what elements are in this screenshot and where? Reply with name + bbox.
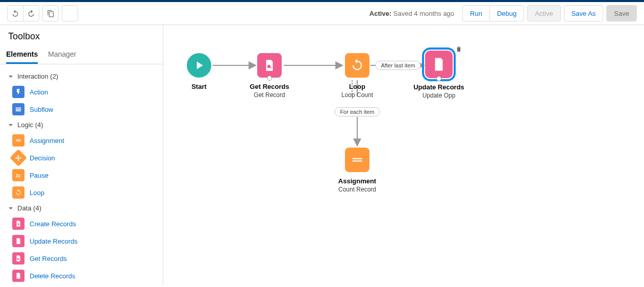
node-loop[interactable]: Loop Loop Count xyxy=(321,53,393,99)
item-label: Get Records xyxy=(30,255,67,262)
node-subtitle: Loop Count xyxy=(341,91,373,99)
get-records-icon xyxy=(12,252,24,265)
saveas-button[interactable]: Save As xyxy=(564,5,604,21)
group-logic[interactable]: Logic (4) xyxy=(7,118,156,132)
status-text: Saved 4 months ago xyxy=(393,10,454,17)
get-records-node-icon[interactable] xyxy=(257,53,282,78)
toolbox-item-pause[interactable]: Zz Pause xyxy=(7,166,156,184)
edge-label-after-last: After last item xyxy=(375,61,420,70)
redo-icon xyxy=(27,9,35,17)
subflow-icon xyxy=(12,103,24,115)
node-title: Start xyxy=(191,83,207,90)
delete-node-button[interactable] xyxy=(455,45,462,54)
tab-manager[interactable]: Manager xyxy=(48,46,76,64)
update-records-icon xyxy=(12,235,24,247)
node-subtitle: Count Record xyxy=(338,186,376,193)
copy-button[interactable] xyxy=(42,5,59,21)
group-label: Data (4) xyxy=(17,204,41,212)
toolbox-item-create-records[interactable]: Create Records xyxy=(7,215,156,232)
trash-icon xyxy=(455,45,462,53)
sidebar-tree: Interaction (2) Action Subflow Logic (4)… xyxy=(0,64,163,285)
undo-button[interactable] xyxy=(7,5,23,21)
toolbox-sidebar: Toolbox Elements Manager Interaction (2)… xyxy=(0,25,163,285)
toolbox-item-subflow[interactable]: Subflow xyxy=(7,101,156,118)
delete-records-icon xyxy=(12,270,24,282)
save-button[interactable]: Save xyxy=(606,5,637,21)
chevron-down-icon xyxy=(7,205,14,212)
connector-handle[interactable] xyxy=(267,76,272,81)
item-label: Update Records xyxy=(30,237,78,245)
action-icon xyxy=(12,86,24,98)
sidebar-tabs: Elements Manager xyxy=(0,46,163,64)
node-assignment[interactable]: Assignment Count Record xyxy=(321,148,393,193)
status-label: Active: xyxy=(369,10,391,17)
node-update-records[interactable]: Update Records Update Opp xyxy=(403,51,475,99)
group-data[interactable]: Data (4) xyxy=(7,201,156,215)
main-area: Toolbox Elements Manager Interaction (2)… xyxy=(0,25,644,285)
settings-button[interactable] xyxy=(62,5,78,21)
node-title: Loop xyxy=(349,83,365,90)
group-label: Logic (4) xyxy=(17,121,43,129)
node-title: Update Records xyxy=(413,83,464,91)
toolbox-item-loop[interactable]: Loop xyxy=(7,184,156,201)
decision-icon xyxy=(10,149,27,166)
loop-icon xyxy=(12,186,24,199)
toolbox-item-action[interactable]: Action xyxy=(7,83,156,101)
toolbox-item-decision[interactable]: Decision xyxy=(7,149,156,166)
group-interaction[interactable]: Interaction (2) xyxy=(7,69,156,83)
sidebar-title: Toolbox xyxy=(0,25,163,46)
item-label: Subflow xyxy=(30,106,53,113)
item-label: Pause xyxy=(30,172,48,179)
save-status: Active: Saved 4 months ago xyxy=(369,10,454,17)
top-toolbar: Active: Saved 4 months ago Run Debug Act… xyxy=(0,2,644,25)
chevron-down-icon xyxy=(7,122,14,129)
svg-text:Zz: Zz xyxy=(16,174,20,178)
chevron-down-icon xyxy=(7,73,14,80)
activate-button: Active xyxy=(527,5,560,21)
node-get-records[interactable]: Get Records Get Record xyxy=(234,53,305,99)
toolbox-item-assignment[interactable]: Assignment xyxy=(7,132,156,149)
connector-handle[interactable] xyxy=(436,76,441,81)
toolbox-item-update-records[interactable]: Update Records xyxy=(7,232,156,250)
copy-icon xyxy=(47,10,55,17)
toolbox-item-get-records[interactable]: Get Records xyxy=(7,250,156,267)
item-label: Assignment xyxy=(30,137,64,145)
node-title: Assignment xyxy=(338,177,376,185)
node-subtitle: Get Record xyxy=(254,91,285,99)
item-label: Loop xyxy=(30,189,44,197)
start-icon[interactable] xyxy=(187,53,211,78)
item-label: Decision xyxy=(30,154,55,162)
node-subtitle: Update Opp xyxy=(423,92,456,99)
node-title: Get Records xyxy=(250,83,289,90)
debug-button[interactable]: Debug xyxy=(489,5,524,21)
loop-node-icon[interactable] xyxy=(345,53,369,78)
node-start[interactable]: Start xyxy=(163,53,235,90)
assignment-icon xyxy=(12,134,24,147)
tab-elements[interactable]: Elements xyxy=(6,46,38,64)
item-label: Action xyxy=(30,88,48,96)
undo-icon xyxy=(11,9,19,17)
gear-icon xyxy=(66,10,74,17)
run-button[interactable]: Run xyxy=(462,5,490,21)
assignment-node-icon[interactable] xyxy=(345,148,369,172)
update-records-node-icon[interactable] xyxy=(425,51,453,78)
item-label: Delete Records xyxy=(30,272,76,280)
edge-label-for-each: For each item xyxy=(334,107,380,116)
toolbar-right: Active: Saved 4 months ago Run Debug Act… xyxy=(369,5,637,21)
item-label: Create Records xyxy=(30,220,76,228)
flow-canvas[interactable]: Start Get Records Get Record Loop Loop C… xyxy=(163,25,644,285)
redo-button[interactable] xyxy=(23,5,39,21)
pause-icon: Zz xyxy=(12,169,24,181)
toolbar-left xyxy=(7,5,78,21)
create-records-icon xyxy=(12,218,24,230)
toolbox-item-delete-records[interactable]: Delete Records xyxy=(7,267,156,284)
group-label: Interaction (2) xyxy=(17,73,58,80)
